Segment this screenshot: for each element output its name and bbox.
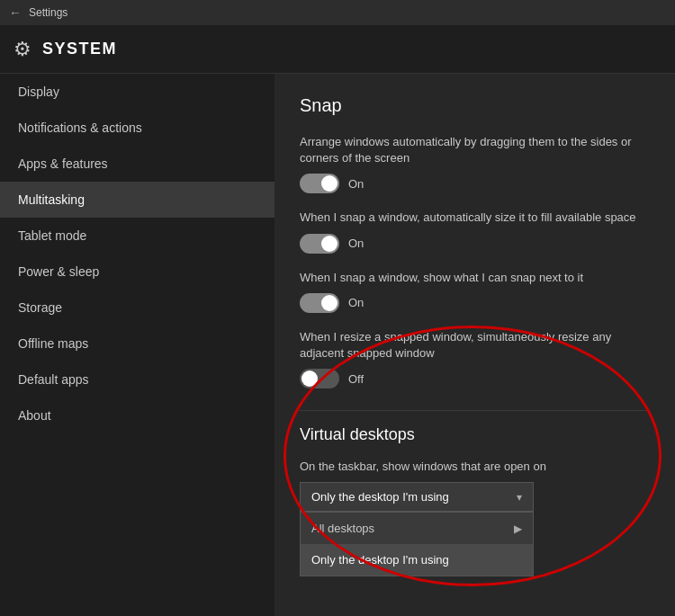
toggle-snap4[interactable] xyxy=(300,369,339,388)
toggle-label-snap1: On xyxy=(348,177,364,191)
sidebar: DisplayNotifications & actionsApps & fea… xyxy=(0,74,274,616)
sidebar-item-apps[interactable]: Apps & features xyxy=(0,146,274,182)
sidebar-item-storage[interactable]: Storage xyxy=(0,290,274,326)
sidebar-item-multitasking[interactable]: Multitasking xyxy=(0,182,274,218)
toggle-knob-snap4 xyxy=(302,370,318,387)
toggle-label-snap2: On xyxy=(348,237,364,250)
snap-settings: Arrange windows automatically by draggin… xyxy=(300,134,650,388)
main-content: Snap Arrange windows automatically by dr… xyxy=(274,74,675,616)
system-icon: ⚙ xyxy=(14,38,32,61)
setting-snap1: Arrange windows automatically by draggin… xyxy=(300,134,650,193)
taskbar-dropdown[interactable]: Only the desktop I'm using ▾ xyxy=(300,482,534,512)
toggle-knob-snap1 xyxy=(321,175,338,192)
toggle-knob-snap3 xyxy=(321,295,338,311)
setting-desc-snap3: When I snap a window, show what I can sn… xyxy=(300,270,650,286)
setting-desc-snap4: When I resize a snapped window, simultan… xyxy=(300,329,650,362)
taskbar-dropdown-wrapper: Only the desktop I'm using ▾ All desktop… xyxy=(300,482,534,512)
toggle-snap1[interactable] xyxy=(300,174,339,193)
virtual-desktops-section: Virtual desktops On the taskbar, show wi… xyxy=(300,410,650,540)
toggle-row-snap1: On xyxy=(300,174,650,193)
setting-snap3: When I snap a window, show what I can sn… xyxy=(300,270,650,313)
dropdown-option-only-label: Only the desktop I'm using xyxy=(311,553,449,567)
header: ⚙ SYSTEM xyxy=(0,25,675,74)
dropdown-submenu-icon: ▶ xyxy=(514,522,522,535)
back-button[interactable]: ← xyxy=(9,5,22,20)
setting-snap2: When I snap a window, automatically size… xyxy=(300,210,650,253)
sidebar-item-default[interactable]: Default apps xyxy=(0,362,274,397)
dropdown-option-all-label: All desktops xyxy=(311,522,374,535)
setting-snap4: When I resize a snapped window, simultan… xyxy=(300,329,650,388)
toggle-knob-snap2 xyxy=(321,236,338,252)
toggle-row-snap4: Off xyxy=(300,369,650,388)
dropdown-arrow-icon: ▾ xyxy=(517,491,522,504)
title-bar-text: Settings xyxy=(29,6,68,19)
page-title: SYSTEM xyxy=(42,40,117,58)
dropdown-option-only[interactable]: Only the desktop I'm using xyxy=(301,544,533,576)
sidebar-item-offline[interactable]: Offline maps xyxy=(0,326,274,362)
setting-desc-snap1: Arrange windows automatically by draggin… xyxy=(300,134,650,166)
sidebar-item-power[interactable]: Power & sleep xyxy=(0,254,274,290)
toggle-row-snap2: On xyxy=(300,234,650,254)
snap-title: Snap xyxy=(300,95,650,116)
sidebar-item-about[interactable]: About xyxy=(0,397,274,433)
toggle-snap3[interactable] xyxy=(300,293,339,313)
taskbar-label: On the taskbar, show windows that are op… xyxy=(300,459,650,475)
taskbar-dropdown-menu: All desktops ▶ Only the desktop I'm usin… xyxy=(300,512,534,576)
layout: DisplayNotifications & actionsApps & fea… xyxy=(0,74,675,616)
dropdown-option-all[interactable]: All desktops ▶ xyxy=(301,513,533,544)
sidebar-item-notifications[interactable]: Notifications & actions xyxy=(0,110,274,146)
title-bar: ← Settings xyxy=(0,0,675,25)
toggle-row-snap3: On xyxy=(300,293,650,313)
taskbar-dropdown-value: Only the desktop I'm using xyxy=(311,490,449,504)
setting-desc-snap2: When I snap a window, automatically size… xyxy=(300,210,650,226)
sidebar-item-tablet[interactable]: Tablet mode xyxy=(0,218,274,254)
toggle-label-snap4: Off xyxy=(348,372,364,386)
toggle-label-snap3: On xyxy=(348,296,364,309)
virtual-title: Virtual desktops xyxy=(300,425,650,444)
toggle-snap2[interactable] xyxy=(300,234,339,254)
sidebar-item-display[interactable]: Display xyxy=(0,74,274,110)
